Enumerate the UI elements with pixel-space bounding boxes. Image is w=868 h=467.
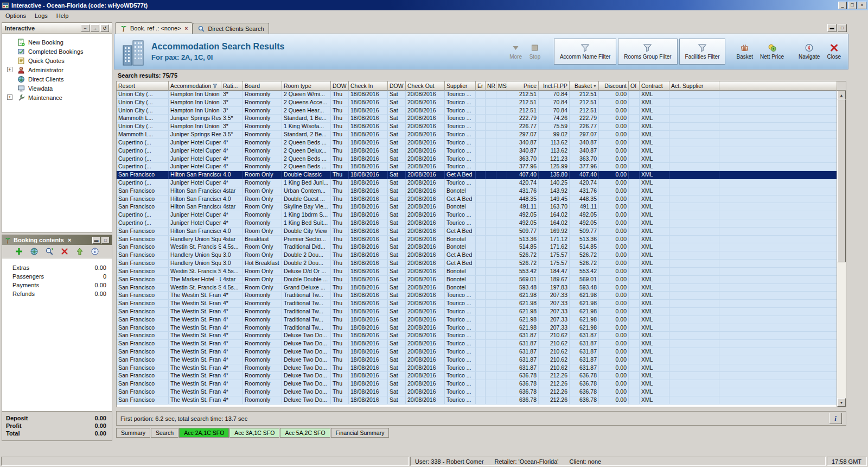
column-header-accommodation[interactable]: Accommodation — [169, 81, 221, 91]
sidebar-item-new-booking[interactable]: New Booking — [2, 37, 112, 47]
result-row[interactable]: San FranciscoHilton San Francisco ...4.0… — [117, 171, 837, 179]
menu-item-options[interactable]: Options — [1, 11, 30, 20]
scrollbar-thumb[interactable] — [837, 99, 846, 262]
booking-list-item[interactable]: Refunds0.00 — [2, 289, 112, 298]
result-row[interactable]: Cupertino (...Juniper Hotel Cuperti...4*… — [117, 155, 837, 163]
column-header-rati[interactable]: Rati... — [221, 81, 243, 91]
result-row[interactable]: San FranciscoThe Westin St. Franc...4*Ro… — [117, 388, 837, 396]
result-row[interactable]: San FranciscoThe Westin St. Franc...4*Ro… — [117, 396, 837, 405]
booking-list-item[interactable]: Extras0.00 — [2, 263, 112, 272]
result-row[interactable]: Union City (...Hampton Inn Union C...3*R… — [117, 107, 837, 115]
window-close-button[interactable]: × — [858, 2, 866, 9]
column-header-ms[interactable]: MS — [496, 81, 507, 91]
column-header-check-in[interactable]: Check In — [349, 81, 388, 91]
column-header-discount[interactable]: Discount — [599, 81, 629, 91]
bottom-tab-acc-2a-1c-sfo[interactable]: Acc 2A,1C SFO — [179, 428, 229, 438]
result-row[interactable]: San FranciscoThe Westin St. Franc...4*Ro… — [117, 308, 837, 316]
result-row[interactable]: San FranciscoThe Westin St. Franc...4*Ro… — [117, 380, 837, 388]
booking-contents-close-icon[interactable]: × — [68, 237, 71, 243]
result-row[interactable]: San FranciscoThe Westin St. Franc...4*Ro… — [117, 300, 837, 308]
result-row[interactable]: Cupertino (...Juniper Hotel Cuperti...4*… — [117, 179, 837, 187]
column-header-basket[interactable]: Basket▼ — [570, 81, 599, 91]
panel-dock-button[interactable]: → — [91, 24, 99, 32]
bottom-tab-search[interactable]: Search — [151, 428, 178, 438]
booking-online-button[interactable] — [29, 247, 39, 256]
info-button[interactable]: i — [829, 413, 842, 424]
vertical-scrollbar[interactable]: ▲ ▼ — [837, 81, 846, 407]
window-maximize-button[interactable]: □ — [848, 2, 857, 9]
result-row[interactable]: San FranciscoHilton San Francisco ...4.0… — [117, 228, 837, 236]
result-row[interactable]: Cupertino (...Juniper Hotel Cuperti...4*… — [117, 163, 837, 171]
result-row[interactable]: San FranciscoWestin St. Francis Sa...4.5… — [117, 268, 837, 276]
sidebar-item-quick-quotes[interactable]: Quick Quotes — [2, 56, 112, 65]
toolbar-facilities-filter-button[interactable]: Facilities Filter — [679, 39, 726, 65]
tab-direct-clients-search[interactable]: Direct Clients Search — [193, 23, 269, 34]
column-header-supplier[interactable]: Supplier — [445, 81, 476, 91]
booking-contents-maximize-button[interactable]: □ — [101, 237, 110, 244]
bottom-tab-acc-5a-2c-sfo[interactable]: Acc 5A,2C SFO — [280, 428, 330, 438]
result-row[interactable]: San FranciscoHandlery Union Squa...3.0Ho… — [117, 260, 837, 268]
column-header-dow[interactable]: DOW — [331, 81, 349, 91]
toolbar-close-button[interactable]: Close — [824, 42, 844, 61]
result-row[interactable]: Union City (...Hampton Inn Union C...3*R… — [117, 123, 837, 131]
result-row[interactable]: San FranciscoThe Marker Hotel - U...4sta… — [117, 276, 837, 284]
booking-list-item[interactable]: Payments0.00 — [2, 281, 112, 289]
booking-add-button[interactable] — [14, 247, 24, 256]
toolbar-rooms-group-filter-button[interactable]: Rooms Group Filter — [618, 39, 677, 65]
sidebar-item-viewdata[interactable]: Viewdata — [2, 84, 112, 93]
scroll-up-button[interactable]: ▲ — [837, 91, 846, 99]
result-row[interactable]: San FranciscoThe Westin St. Franc...4*Ro… — [117, 292, 837, 300]
tab-book-ref[interactable]: Book. ref .: <none> × — [115, 22, 193, 34]
menu-item-logs[interactable]: Logs — [30, 11, 52, 20]
result-row[interactable]: Union City (...Hampton Inn Union C...3*R… — [117, 99, 837, 107]
bottom-tab-financial-summary[interactable]: Financial Summary — [331, 428, 390, 438]
result-row[interactable]: Cupertino (...Juniper Hotel Cuperti...4*… — [117, 219, 837, 228]
booking-search-button[interactable] — [44, 247, 54, 256]
result-row[interactable]: Mammoth L...Juniper Springs Resort3.5*Ro… — [117, 115, 837, 123]
sidebar-item-completed-bookings[interactable]: Completed Bookings — [2, 47, 112, 56]
toolbar-nett-price-button[interactable]: Nett Price — [757, 42, 787, 61]
column-header-of[interactable]: Of — [629, 81, 640, 91]
expand-toggle-icon[interactable]: + — [7, 67, 12, 72]
result-row[interactable]: Union City (...Hampton Inn Union C...3*R… — [117, 91, 837, 99]
column-header-contract[interactable]: Contract — [640, 81, 669, 91]
result-row[interactable]: San FranciscoThe Westin St. Franc...4*Ro… — [117, 332, 837, 340]
booking-info-button[interactable] — [90, 247, 100, 256]
scroll-down-button[interactable]: ▼ — [837, 398, 846, 407]
column-header-dow[interactable]: DOW — [388, 81, 406, 91]
result-row[interactable]: Cupertino (...Juniper Hotel Cuperti...4*… — [117, 211, 837, 219]
booking-contents-minimize-button[interactable]: ▬ — [92, 237, 100, 244]
tabgroup-minimize-button[interactable]: ▬ — [827, 24, 837, 32]
booking-list-item[interactable]: Passengers0 — [2, 272, 112, 281]
column-header-er[interactable]: Er — [476, 81, 486, 91]
result-row[interactable]: San FranciscoWestin St. Francis Sa...4.5… — [117, 243, 837, 251]
result-row[interactable]: San FranciscoHilton San Francisco ...4st… — [117, 203, 837, 211]
column-header-check-out[interactable]: Check Out — [406, 81, 445, 91]
result-row[interactable]: San FranciscoThe Westin St. Franc...4*Ro… — [117, 372, 837, 380]
result-row[interactable]: Cupertino (...Juniper Hotel Cuperti...4*… — [117, 139, 837, 147]
result-row[interactable]: San FranciscoThe Westin St. Franc...4*Ro… — [117, 348, 837, 356]
result-row[interactable]: San FranciscoHandlery Union Squa...3.0Ro… — [117, 251, 837, 260]
result-row[interactable]: San FranciscoThe Westin St. Franc...4*Ro… — [117, 356, 837, 364]
column-header-board[interactable]: Board — [243, 81, 282, 91]
result-row[interactable]: San FranciscoWestin St. Francis Sa...4.5… — [117, 284, 837, 292]
result-row[interactable]: San FranciscoThe Westin St. Franc...4*Ro… — [117, 340, 837, 348]
result-row[interactable]: San FranciscoThe Westin St. Franc...4*Ro… — [117, 316, 837, 324]
result-row[interactable]: San FranciscoHilton San Francisco ...4st… — [117, 187, 837, 195]
menu-item-help[interactable]: Help — [52, 11, 73, 20]
toolbar-accomm-name-filter-button[interactable]: Accomm Name Filter — [554, 39, 616, 65]
result-row[interactable]: San FranciscoHandlery Union Squa...4star… — [117, 236, 837, 244]
scrollbar-track[interactable] — [837, 262, 846, 398]
bottom-tab-summary[interactable]: Summary — [116, 428, 150, 438]
tabgroup-restore-button[interactable]: □ — [838, 24, 847, 32]
toolbar-navigate-button[interactable]: Navigate — [796, 42, 822, 61]
toolbar-more-button[interactable]: More — [507, 42, 525, 61]
result-row[interactable]: Cupertino (...Juniper Hotel Cuperti...4*… — [117, 147, 837, 155]
toolbar-basket-button[interactable]: Basket — [733, 42, 756, 61]
booking-delete-button[interactable] — [60, 247, 69, 256]
expand-toggle-icon[interactable]: + — [7, 94, 12, 100]
result-row[interactable]: San FranciscoThe Westin St. Franc...4*Ro… — [117, 324, 837, 332]
column-header-resort[interactable]: Resort — [117, 81, 169, 91]
column-header-nr[interactable]: NR — [486, 81, 496, 91]
result-row[interactable]: Mammoth L...Juniper Springs Resort3.5*Ro… — [117, 131, 837, 139]
